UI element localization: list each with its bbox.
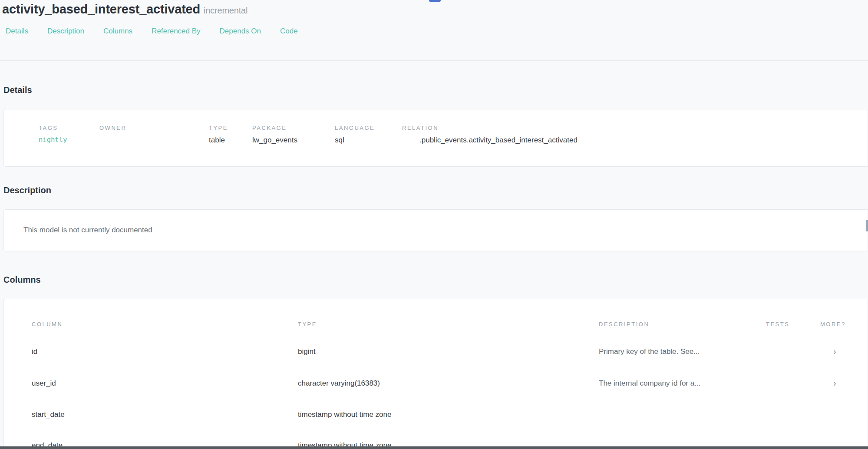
cell-column-type: timestamp without time zone: [298, 399, 599, 430]
field-label-owner: OWNER: [99, 125, 209, 131]
col-header-type: TYPE: [298, 308, 599, 336]
nav-link-referenced-by[interactable]: Referenced By: [152, 27, 200, 36]
cell-column-tests: [766, 336, 820, 368]
field-value-owner: [99, 136, 209, 145]
field-label-language: LANGUAGE: [335, 125, 402, 131]
cell-column-description: [599, 399, 766, 430]
details-heading: Details: [3, 61, 868, 95]
field-label-package: PACKAGE: [252, 125, 335, 131]
field-value-package: lw_go_events: [252, 136, 335, 145]
field-language: LANGUAGE sql: [335, 125, 402, 145]
page-title-row: activity_based_interest_activatedincreme…: [2, 2, 868, 17]
field-label-relation: RELATION: [402, 125, 868, 131]
field-label-tags: TAGS: [39, 125, 99, 131]
cell-column-description: Primary key of the table. See...: [599, 336, 766, 368]
description-card: This model is not currently documented: [3, 209, 868, 251]
details-card: TAGS nightly OWNER TYPE table PACKAGE lw…: [3, 109, 868, 167]
model-header: activity_based_interest_activatedincreme…: [0, 0, 868, 36]
materialization-badge: incremental: [204, 6, 248, 15]
details-section: Details TAGS nightly OWNER TYPE table PA…: [0, 61, 868, 167]
description-section: Description This model is not currently …: [0, 167, 868, 251]
col-header-column: COLUMN: [4, 308, 298, 336]
cell-column-name: user_id: [4, 368, 298, 399]
field-tags: TAGS nightly: [39, 125, 99, 145]
tag-nightly[interactable]: nightly: [39, 136, 99, 145]
col-header-description: DESCRIPTION: [599, 308, 766, 336]
clipped-link-fragment-top: [429, 0, 441, 2]
nav-link-columns[interactable]: Columns: [103, 27, 132, 36]
field-owner: OWNER: [99, 125, 209, 145]
field-value-language: sql: [335, 136, 402, 145]
nav-link-details[interactable]: Details: [6, 27, 28, 36]
field-label-type: TYPE: [209, 125, 252, 131]
nav-link-code[interactable]: Code: [280, 27, 298, 36]
field-value-type: table: [209, 136, 252, 145]
nav-link-description[interactable]: Description: [47, 27, 84, 36]
field-value-relation: .public_events.activity_based_interest_a…: [402, 136, 868, 145]
cell-column-description: The internal company id for a...: [599, 368, 766, 399]
field-relation: RELATION .public_events.activity_based_i…: [402, 125, 868, 145]
chevron-right-icon[interactable]: ›: [833, 347, 836, 356]
cell-column-tests: [766, 368, 820, 399]
details-fields: TAGS nightly OWNER TYPE table PACKAGE lw…: [39, 125, 868, 145]
table-row-user-id[interactable]: user_id character varying(16383) The int…: [4, 368, 868, 399]
page-title: activity_based_interest_activated: [2, 2, 200, 16]
cell-column-name: start_date: [4, 399, 298, 430]
chevron-right-icon[interactable]: ›: [833, 378, 836, 388]
description-heading: Description: [3, 167, 868, 195]
clipped-button-fragment-right[interactable]: [866, 220, 868, 231]
cell-column-tests: [766, 399, 820, 430]
columns-section: Columns COLUMN TYPE DESCRIPTION TESTS MO…: [0, 251, 868, 449]
columns-table-header-row: COLUMN TYPE DESCRIPTION TESTS MORE?: [4, 308, 868, 336]
columns-heading: Columns: [3, 251, 868, 285]
anchor-nav: Details Description Columns Referenced B…: [2, 27, 868, 36]
table-row-start-date[interactable]: start_date timestamp without time zone: [4, 399, 868, 430]
field-type: TYPE table: [209, 125, 252, 145]
field-package: PACKAGE lw_go_events: [252, 125, 335, 145]
nav-link-depends-on[interactable]: Depends On: [220, 27, 261, 36]
col-header-more: MORE?: [820, 308, 868, 336]
cell-column-type: bigint: [298, 336, 599, 368]
cell-column-type: character varying(16383): [298, 368, 599, 399]
description-text: This model is not currently documented: [23, 226, 868, 234]
col-header-tests: TESTS: [766, 308, 820, 336]
columns-card: COLUMN TYPE DESCRIPTION TESTS MORE? id b…: [3, 299, 868, 449]
window-bottom-edge: [0, 446, 868, 449]
columns-table: COLUMN TYPE DESCRIPTION TESTS MORE? id b…: [4, 308, 868, 449]
table-row-id[interactable]: id bigint Primary key of the table. See.…: [4, 336, 868, 368]
cell-column-name: id: [4, 336, 298, 368]
